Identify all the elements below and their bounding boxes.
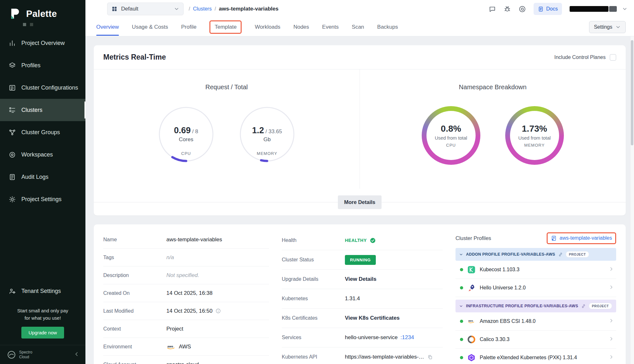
bug-icon[interactable] bbox=[504, 5, 511, 13]
cluster-profile-link[interactable]: aws-template-variables bbox=[547, 232, 616, 244]
detail-row-health: Health HEALTHY bbox=[282, 231, 443, 250]
copy-icon[interactable] bbox=[427, 354, 433, 360]
project-selector[interactable]: Default bbox=[107, 3, 184, 15]
sidebar-item-label: Audit Logs bbox=[21, 174, 48, 180]
settings-button[interactable]: Settings bbox=[589, 21, 626, 33]
chevron-down-icon bbox=[174, 6, 179, 12]
breadcrumb-clusters-link[interactable]: Clusters bbox=[193, 6, 212, 12]
health-status: HEALTHY bbox=[345, 238, 367, 243]
sidebar-item-project-settings[interactable]: Project Settings bbox=[0, 188, 85, 210]
cpu-gauge-label: CPU bbox=[158, 151, 214, 156]
infrastructure-profile-section-header[interactable]: INFRASTRUCTURE PROFILE PROFILE-VARIABLES… bbox=[455, 300, 616, 312]
project-selector-value: Default bbox=[121, 6, 170, 12]
namespace-breakdown-title: Namespace Breakdown bbox=[360, 84, 626, 91]
detail-row-last-modified: Last Modified 14 Oct 2025, 16:50 bbox=[103, 302, 269, 320]
request-total-section: Request / Total 0.69 / 8 bbox=[94, 69, 360, 189]
status-dot bbox=[460, 286, 463, 289]
app-window: Palette Project Overview Profiles Cluste… bbox=[0, 0, 634, 364]
chevron-right-icon bbox=[608, 354, 614, 361]
tab-workloads[interactable]: Workloads bbox=[255, 24, 280, 30]
account-menu-chevron-icon[interactable] bbox=[622, 6, 628, 12]
breadcrumb-separator: / bbox=[215, 6, 216, 12]
detail-row-kubernetes: Kubernetes1.31.4 bbox=[282, 289, 443, 309]
spectro-cloud-logo-icon bbox=[7, 350, 16, 359]
chat-icon[interactable] bbox=[489, 5, 496, 13]
tab-overview[interactable]: Overview bbox=[96, 24, 119, 30]
service-port-link[interactable]: :1234 bbox=[400, 334, 414, 341]
docs-button[interactable]: Docs bbox=[534, 3, 562, 15]
tab-events[interactable]: Events bbox=[322, 24, 339, 30]
chevron-right-icon bbox=[608, 336, 614, 343]
clusters-icon bbox=[9, 106, 16, 114]
sidebar-collapse-button[interactable] bbox=[73, 351, 80, 359]
namespace-memory-percent: 1.73% bbox=[522, 124, 547, 134]
profile-item-pxk[interactable]: Palette eXtended Kubernetes (PXK) 1.31.4 bbox=[455, 349, 616, 364]
tab-scan[interactable]: Scan bbox=[352, 24, 364, 30]
donut-caption: Used from total bbox=[518, 135, 551, 141]
config-board-icon bbox=[9, 84, 16, 91]
tab-profile[interactable]: Profile bbox=[181, 24, 196, 30]
view-k8s-certificates-link[interactable]: View K8s Certificates bbox=[345, 315, 400, 321]
upgrade-now-button[interactable]: Upgrade now bbox=[21, 327, 64, 339]
sidebar-item-cluster-groups[interactable]: Cluster Groups bbox=[0, 121, 85, 143]
chevron-right-icon bbox=[608, 266, 614, 273]
detail-row-tags: Tagsn/a bbox=[103, 249, 269, 266]
tab-nodes[interactable]: Nodes bbox=[293, 24, 309, 30]
memory-gauge-label: MEMORY bbox=[239, 151, 295, 156]
status-dot bbox=[460, 320, 463, 323]
addon-profile-section-header[interactable]: ADDON PROFILE PROFILE-VARIABLES-AWS PROJ… bbox=[455, 248, 616, 261]
profile-item-hello-universe[interactable]: Hello Universe 1.2.0 bbox=[455, 279, 616, 297]
sidebar-item-workspaces[interactable]: Workspaces bbox=[0, 143, 85, 166]
docs-label: Docs bbox=[546, 6, 558, 12]
memory-request-value: 1.2 bbox=[252, 126, 264, 135]
include-control-planes-checkbox[interactable] bbox=[610, 54, 616, 61]
sidebar-item-label: Tenant Settings bbox=[21, 288, 61, 295]
topbar: Default / Clusters / aws-template-variab… bbox=[85, 0, 634, 18]
layers-icon bbox=[9, 62, 16, 69]
profile-item-kubecost[interactable]: Kubecost 1.103.3 bbox=[455, 261, 616, 279]
sidebar-item-tenant-settings[interactable]: Tenant Settings bbox=[0, 280, 85, 302]
detail-row-context: ContextProject bbox=[103, 320, 269, 338]
sidebar-item-label: Cluster Configurations bbox=[21, 84, 78, 91]
view-details-link[interactable]: View Details bbox=[345, 276, 376, 282]
redacted-user-info bbox=[570, 6, 608, 12]
detail-row-name: Nameaws-template-variables bbox=[103, 231, 269, 249]
chevron-down-icon bbox=[459, 304, 463, 308]
sidebar-item-profiles[interactable]: Profiles bbox=[0, 54, 85, 76]
kubecost-icon bbox=[467, 266, 476, 274]
link-icon bbox=[558, 252, 563, 257]
sidebar-item-label: Cluster Groups bbox=[21, 129, 60, 136]
memory-gauge: 1.2 / 33.65 Gb MEMORY bbox=[239, 106, 295, 162]
sidebar-item-project-overview[interactable]: Project Overview bbox=[0, 32, 85, 54]
metrics-title: Metrics Real-Time bbox=[103, 53, 166, 62]
sidebar-item-cluster-configurations[interactable]: Cluster Configurations bbox=[0, 76, 85, 99]
cpu-unit: Cores bbox=[179, 136, 193, 143]
detail-row-services: Services hello-universe-service :1234 bbox=[282, 328, 443, 347]
support-icon[interactable] bbox=[519, 5, 526, 13]
sidebar-item-label: Project Settings bbox=[21, 196, 62, 203]
more-details-button[interactable]: More Details bbox=[338, 195, 381, 209]
svg-text:aws: aws bbox=[167, 344, 173, 348]
page-scrollbar-thumb[interactable] bbox=[631, 40, 633, 145]
status-dot bbox=[460, 356, 463, 359]
sidebar-item-label: Clusters bbox=[21, 107, 42, 113]
memory-total-value: / 33.65 bbox=[266, 128, 282, 135]
tab-backups[interactable]: Backups bbox=[377, 24, 398, 30]
project-badge: PROJECT bbox=[589, 303, 612, 309]
status-dot bbox=[460, 268, 463, 271]
profile-item-calico[interactable]: Calico 3.30.3 bbox=[455, 331, 616, 349]
chevron-right-icon bbox=[608, 284, 614, 291]
detail-row-description: DescriptionNot specified. bbox=[103, 266, 269, 284]
tab-template[interactable]: Template bbox=[209, 20, 242, 34]
pxk-icon bbox=[467, 353, 476, 362]
tab-usage-costs[interactable]: Usage & Costs bbox=[132, 24, 168, 30]
footer-brand: Spectro Cloud bbox=[19, 350, 32, 360]
redacted-avatar bbox=[609, 6, 617, 12]
info-icon[interactable] bbox=[215, 308, 221, 314]
sidebar-item-audit-logs[interactable]: Audit Logs bbox=[0, 166, 85, 188]
profile-item-amazon-ebs-csi[interactable]: aws Amazon EBS CSI 1.48.0 bbox=[455, 312, 616, 331]
settings-label: Settings bbox=[594, 24, 612, 30]
breadcrumb-separator: / bbox=[189, 6, 190, 12]
sidebar-item-clusters[interactable]: Clusters bbox=[0, 99, 85, 121]
cpu-request-value: 0.69 bbox=[174, 126, 191, 135]
